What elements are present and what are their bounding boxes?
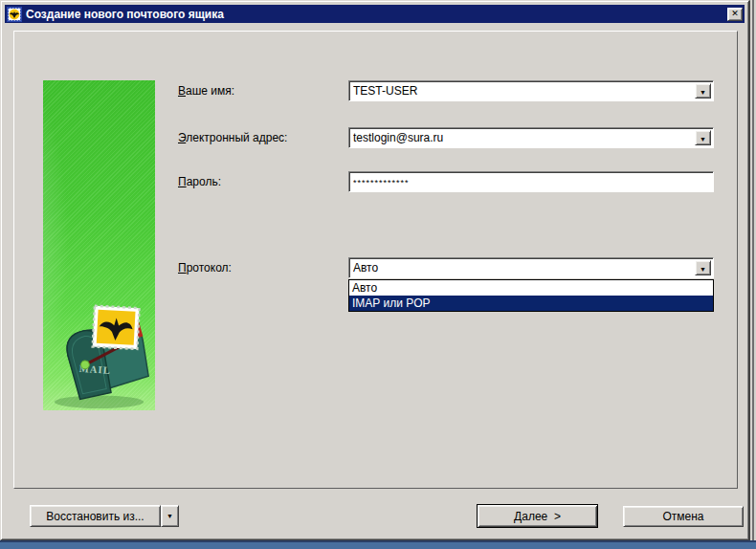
cancel-button[interactable]: Отмена	[623, 506, 744, 527]
protocol-dropdown-list: Авто IMAP или POP	[348, 279, 714, 312]
dropdown-option-imap-pop[interactable]: IMAP или POP	[349, 296, 713, 311]
background-window-edge	[752, 0, 754, 540]
dialog-window: Создание нового почтового ящика ✕ MAIL	[0, 0, 750, 541]
title-bar: Создание нового почтового ящика ✕	[5, 5, 745, 23]
illustration-panel: MAIL	[43, 80, 155, 410]
name-dropdown-button[interactable]: ▼	[695, 83, 711, 99]
next-button[interactable]: Далее >	[477, 504, 598, 528]
protocol-value: Авто	[353, 261, 690, 275]
restore-from-button[interactable]: Восстановить из...	[30, 505, 161, 527]
chevron-down-icon: ▼	[700, 266, 706, 273]
email-label: Электронный адрес:	[178, 131, 287, 144]
chevron-down-icon: ▼	[700, 136, 706, 143]
email-value: testlogin@sura.ru	[353, 131, 690, 145]
app-icon	[7, 7, 22, 22]
dropdown-option-auto[interactable]: Авто	[349, 280, 713, 296]
protocol-dropdown-button[interactable]: ▼	[695, 260, 711, 275]
name-value: TEST-USER	[353, 84, 690, 99]
window-title: Создание нового почтового ящика	[26, 8, 727, 21]
protocol-combobox[interactable]: Авто ▼	[348, 257, 714, 278]
close-button[interactable]: ✕	[727, 8, 743, 21]
password-field[interactable]	[348, 171, 714, 192]
restore-dropdown-button[interactable]: ▼	[161, 505, 179, 527]
email-dropdown-button[interactable]: ▼	[695, 130, 711, 145]
protocol-label: Протокол:	[178, 261, 232, 274]
chevron-down-icon: ▼	[167, 513, 173, 519]
password-label: Пароль:	[178, 175, 221, 188]
mailbox-illustration: MAIL	[44, 303, 154, 410]
close-icon: ✕	[731, 10, 739, 18]
chevron-down-icon: ▼	[700, 89, 706, 96]
email-combobox[interactable]: testlogin@sura.ru ▼	[348, 127, 714, 148]
taskbar-edge	[0, 540, 756, 549]
name-label: Ваше имя:	[178, 84, 234, 98]
name-combobox[interactable]: TEST-USER ▼	[348, 80, 714, 101]
